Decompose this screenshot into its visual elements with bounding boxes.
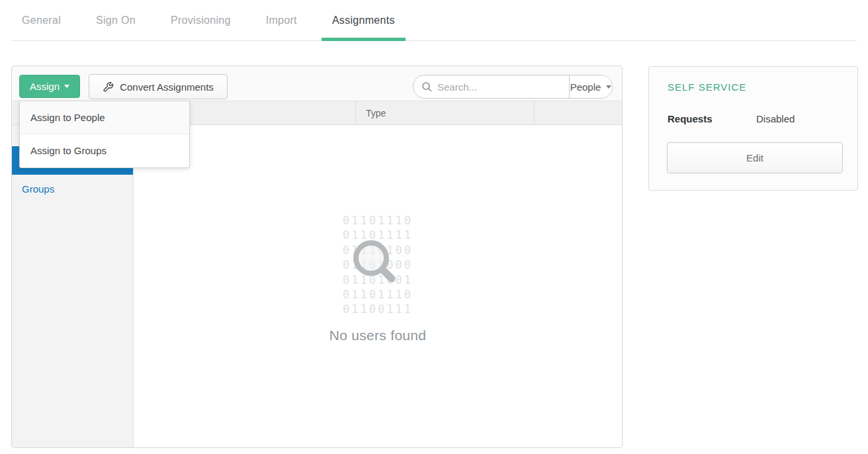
- wrench-icon: [103, 81, 114, 93]
- tab-general[interactable]: General: [22, 0, 61, 41]
- edit-button[interactable]: Edit: [667, 142, 843, 173]
- active-tab-underline: [322, 38, 406, 41]
- tab-assignments[interactable]: Assignments: [332, 0, 395, 41]
- self-service-card: SELF SERVICE Requests Disabled Edit: [648, 66, 858, 191]
- tab-label: Import: [266, 15, 297, 26]
- convert-assignments-button[interactable]: Convert Assignments: [89, 74, 228, 99]
- convert-assignments-label: Convert Assignments: [120, 81, 214, 93]
- column-header: [535, 101, 622, 124]
- column-header-type: Type: [356, 101, 535, 124]
- magnifier-empty-state-icon: [351, 238, 400, 289]
- menu-item-assign-to-people[interactable]: Assign to People: [20, 101, 189, 134]
- filter-sidebar: People Groups: [12, 125, 134, 447]
- menu-item-assign-to-groups[interactable]: Assign to Groups: [20, 134, 189, 167]
- binary-line: 01100111: [343, 302, 413, 316]
- self-service-title: SELF SERVICE: [668, 81, 746, 93]
- tab-provisioning[interactable]: Provisioning: [171, 0, 231, 41]
- search-scope-label: People: [570, 81, 601, 93]
- search-input[interactable]: [437, 81, 569, 93]
- assign-button-label: Assign: [30, 81, 60, 92]
- tabbar-divider: [11, 40, 857, 41]
- tab-sign-on[interactable]: Sign On: [96, 0, 136, 41]
- tab-import[interactable]: Import: [266, 0, 297, 41]
- empty-state: 01101110 01101111 01110100 01101000 0110…: [134, 213, 622, 343]
- chevron-down-icon: [64, 85, 69, 88]
- tab-label: Assignments: [332, 15, 395, 26]
- search-group: People: [413, 75, 613, 99]
- binary-art: 01101110 01101111 01110100 01101000 0110…: [343, 213, 413, 317]
- tab-list: General Sign On Provisioning Import Assi…: [22, 0, 430, 41]
- assign-dropdown-menu: Assign to People Assign to Groups: [19, 101, 190, 168]
- requests-value: Disabled: [756, 113, 795, 124]
- sidebar-item-groups[interactable]: Groups: [12, 175, 133, 203]
- tab-label: Provisioning: [171, 15, 231, 26]
- app-tabbar: General Sign On Provisioning Import Assi…: [0, 0, 868, 41]
- assignments-content: 01101110 01101111 01110100 01101000 0110…: [134, 125, 622, 447]
- tab-label: General: [22, 15, 61, 26]
- search-icon: [421, 81, 432, 92]
- search-box: [413, 75, 569, 98]
- search-scope-dropdown[interactable]: People: [569, 75, 612, 98]
- requests-row: Requests Disabled: [668, 113, 839, 124]
- binary-line: 01101110: [343, 213, 413, 228]
- tab-label: Sign On: [96, 15, 136, 26]
- assignments-page: General Sign On Provisioning Import Assi…: [0, 0, 868, 454]
- assignments-body: People Groups 01101110 01101111 01110100…: [12, 125, 622, 447]
- assign-button[interactable]: Assign: [19, 75, 80, 98]
- requests-label: Requests: [668, 113, 756, 124]
- empty-state-message: No users found: [134, 328, 622, 343]
- assignments-toolbar: Assign Convert Assignments People: [12, 66, 622, 101]
- chevron-down-icon: [606, 85, 611, 89]
